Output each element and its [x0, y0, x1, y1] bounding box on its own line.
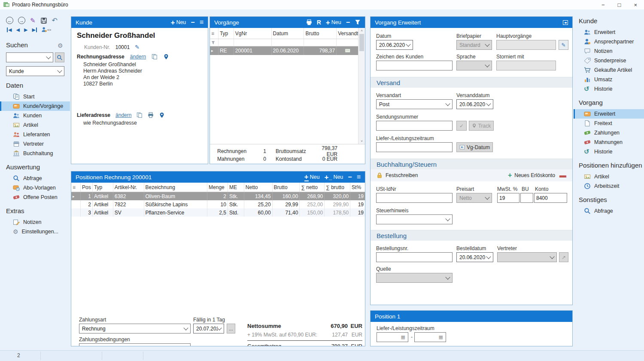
new-vorgang-button[interactable]: +Neu [326, 19, 341, 26]
right-item-sonderpreise[interactable]: Sonderpreise [574, 56, 644, 65]
add-position-button[interactable]: +Neu [304, 173, 320, 181]
next-record-button[interactable]: ▶ [24, 27, 27, 33]
search-button[interactable] [55, 52, 64, 62]
customer-reference-field[interactable] [376, 61, 453, 70]
remove-vorgang-button[interactable]: − [346, 18, 350, 26]
shipping-type-select[interactable]: Post [376, 99, 453, 109]
sidebar-item-offene-posten[interactable]: Offene Posten [0, 193, 70, 202]
minimize-button[interactable]: − [601, 2, 605, 8]
right-item-mahnungen[interactable]: Mahnungen [574, 138, 644, 147]
right-item-ansprechpartner[interactable]: Ansprechpartner [574, 37, 644, 46]
printer-icon[interactable] [148, 112, 154, 118]
calendar-icon[interactable]: ▦ [401, 334, 405, 340]
column-header[interactable]: Brutto [273, 183, 300, 192]
column-header[interactable]: Brutto [304, 28, 337, 39]
close-button[interactable]: × [634, 2, 637, 8]
print-button[interactable] [306, 19, 312, 25]
r-button[interactable]: R [317, 19, 321, 26]
first-record-button[interactable]: ◀ [7, 27, 12, 33]
confirm-tracking-button[interactable]: ✓ [456, 121, 467, 131]
vorgaenge-filter-row[interactable] [210, 39, 365, 46]
sidebar-item-lieferanten[interactable]: Lieferanten [0, 130, 70, 139]
change-billing-address-link[interactable]: ändern [130, 54, 146, 60]
delivery-period-field[interactable] [376, 142, 453, 152]
representative-select[interactable] [497, 252, 557, 262]
vg-datum-button[interactable]: Vg-Datum [456, 142, 493, 152]
add-revenue-account-button[interactable]: Neues Erlöskonto [514, 172, 555, 178]
period-to-input[interactable]: ▦ [414, 332, 446, 342]
vat-id-field[interactable] [376, 193, 453, 203]
previous-record-button[interactable]: ◀ [16, 27, 19, 33]
right-item-artikel[interactable]: Artikel [574, 172, 644, 181]
vat-percent-field[interactable] [497, 193, 519, 203]
position-row-selected[interactable]: ▸ 1 Artikel 6382 Oliven-Baum 2 Stk. 134,… [71, 192, 365, 200]
save-button[interactable] [40, 17, 47, 24]
filter-button[interactable] [355, 19, 361, 25]
search-input[interactable] [6, 52, 53, 62]
shipping-date-select[interactable]: 20.06.2020 [456, 99, 493, 109]
sidebar-item-abfrage[interactable]: Abfrage [0, 174, 70, 183]
dock-toggle-icon[interactable]: ◂▸ [563, 20, 568, 25]
add-revenue-account-plus-icon[interactable]: + [508, 171, 512, 179]
track-button[interactable]: Track [469, 121, 494, 131]
menu-icon[interactable]: ≡ [200, 18, 204, 26]
sidebar-item-abo-vorlagen[interactable]: Abo-Vorlagen [0, 183, 70, 193]
sidebar-item-artikel[interactable]: Artikel [0, 120, 70, 130]
order-number-field[interactable] [376, 252, 453, 262]
scroll-up-icon[interactable]: ˄ [361, 29, 363, 33]
column-header[interactable]: Menge [207, 183, 228, 192]
add-position-dialog-button[interactable]: +…Neu [324, 174, 343, 181]
forward-button[interactable]: → [18, 17, 25, 24]
column-header[interactable]: Bezeichnung [144, 183, 208, 192]
position-row[interactable]: 2 Artikel 7822 Süßkirsche Lapins 10 Stk.… [71, 200, 365, 208]
bu-field[interactable] [520, 193, 533, 203]
stationery-select[interactable]: Standard [456, 40, 492, 50]
last-record-button[interactable]: ▶ [32, 27, 36, 33]
payment-type-select[interactable]: Rechnung [79, 324, 191, 333]
search-category-select[interactable]: Kunde [6, 66, 64, 76]
undo-button[interactable]: ↶ [52, 16, 58, 24]
date-select[interactable]: 20.06.2020 [376, 40, 413, 50]
map-pin-icon[interactable] [159, 112, 165, 118]
column-header[interactable]: Versandt [337, 28, 358, 39]
change-shipping-address-link[interactable]: ändern [115, 112, 131, 118]
tracking-number-field[interactable] [376, 121, 453, 131]
sidebar-item-start[interactable]: Start [0, 92, 70, 101]
column-header[interactable]: St% [350, 183, 365, 192]
edit-pencil-button[interactable]: ✎ [30, 17, 36, 24]
price-type-select[interactable]: Netto [456, 193, 492, 203]
column-chooser-icon[interactable]: ≣ [71, 183, 81, 192]
sidebar-item-kunden[interactable]: Kunden [0, 111, 70, 120]
column-header[interactable]: Typ [93, 183, 113, 192]
column-header[interactable]: Artikel-Nr. [113, 183, 144, 192]
vorgaenge-row-selected[interactable]: ▸ RE 200001 20.06.2020 798,37 [210, 46, 365, 55]
sidebar-item-einstellungen[interactable]: ⚙Einstellungen... [0, 227, 70, 236]
remove-position-button[interactable]: − [348, 173, 352, 181]
copy-icon[interactable] [137, 112, 143, 118]
open-representative-button[interactable]: ↗ [559, 252, 568, 262]
finalize-button[interactable]: Festschreiben [386, 172, 418, 178]
right-item-vorgang-erweitert[interactable]: Erweitert [574, 109, 644, 119]
column-chooser-icon[interactable]: ≣ [210, 28, 219, 39]
column-header[interactable]: ME [228, 183, 244, 192]
payment-terms-select[interactable] [79, 343, 191, 346]
right-item-freitext[interactable]: Freitext [574, 119, 644, 128]
column-header[interactable]: VgNr [234, 28, 272, 39]
language-select[interactable] [456, 61, 492, 70]
source-select[interactable] [376, 273, 453, 283]
search-settings-gear-icon[interactable]: ⚙ [58, 42, 63, 49]
account-field[interactable] [534, 193, 567, 203]
right-item-vorgang-historie[interactable]: ↺Historie [574, 147, 644, 156]
right-item-notizen[interactable]: Notizen [574, 46, 644, 56]
right-item-gekaufte-artikel[interactable]: Gekaufte Artikel [574, 65, 644, 75]
calendar-icon[interactable]: ▦ [439, 334, 443, 340]
period-from-input[interactable]: ▦ [377, 332, 408, 342]
column-header[interactable]: Pos [81, 183, 93, 192]
back-button[interactable]: ← [6, 17, 13, 24]
right-item-umsatz[interactable]: Umsatz [574, 75, 644, 84]
order-date-select[interactable]: 20.06.2020 [456, 252, 493, 262]
sidebar-item-kunde-vorgaenge[interactable]: Kunde/Vorgänge [0, 101, 70, 111]
new-customer-button[interactable]: +Neu [170, 19, 186, 26]
right-item-kunde-erweitert[interactable]: Erweitert [574, 28, 644, 37]
more-options-button[interactable]: ... [227, 324, 235, 333]
